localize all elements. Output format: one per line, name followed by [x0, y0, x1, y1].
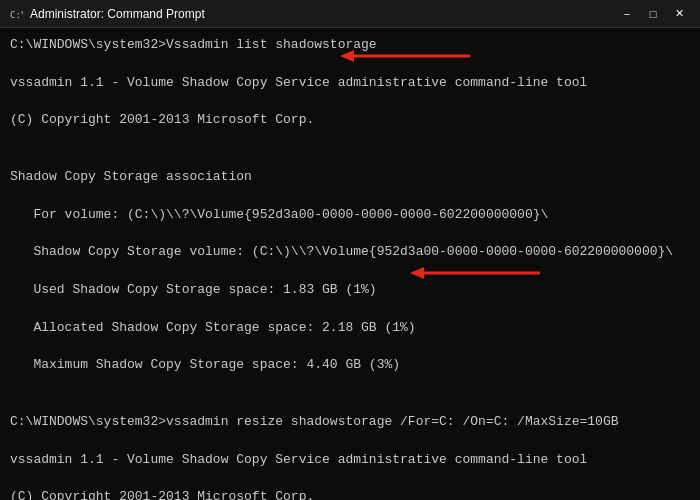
- cmd-icon: C:\: [8, 6, 24, 22]
- maximize-button[interactable]: □: [640, 4, 666, 24]
- terminal-line: (C) Copyright 2001-2013 Microsoft Corp.: [10, 111, 690, 130]
- terminal-line: Shadow Copy Storage association: [10, 168, 690, 187]
- terminal-line: (C) Copyright 2001-2013 Microsoft Corp.: [10, 488, 690, 500]
- terminal-line: C:\WINDOWS\system32>vssadmin resize shad…: [10, 413, 690, 432]
- terminal-line: For volume: (C:\)\\?\Volume{952d3a00-000…: [10, 206, 690, 225]
- terminal-output: C:\WINDOWS\system32>Vssadmin list shadow…: [10, 36, 690, 500]
- terminal-line: Maximum Shadow Copy Storage space: 4.40 …: [10, 356, 690, 375]
- title-bar: C:\ Administrator: Command Prompt − □ ✕: [0, 0, 700, 28]
- close-button[interactable]: ✕: [666, 4, 692, 24]
- title-bar-buttons: − □ ✕: [614, 4, 692, 24]
- terminal-line: C:\WINDOWS\system32>Vssadmin list shadow…: [10, 36, 690, 55]
- terminal-line: vssadmin 1.1 - Volume Shadow Copy Servic…: [10, 451, 690, 470]
- terminal-line: vssadmin 1.1 - Volume Shadow Copy Servic…: [10, 74, 690, 93]
- svg-text:C:\: C:\: [10, 10, 23, 20]
- terminal-line: Used Shadow Copy Storage space: 1.83 GB …: [10, 281, 690, 300]
- terminal-line: Shadow Copy Storage volume: (C:\)\\?\Vol…: [10, 243, 690, 262]
- title-bar-text: Administrator: Command Prompt: [30, 7, 608, 21]
- minimize-button[interactable]: −: [614, 4, 640, 24]
- terminal-body: C:\WINDOWS\system32>Vssadmin list shadow…: [0, 28, 700, 500]
- terminal-line: Allocated Shadow Copy Storage space: 2.1…: [10, 319, 690, 338]
